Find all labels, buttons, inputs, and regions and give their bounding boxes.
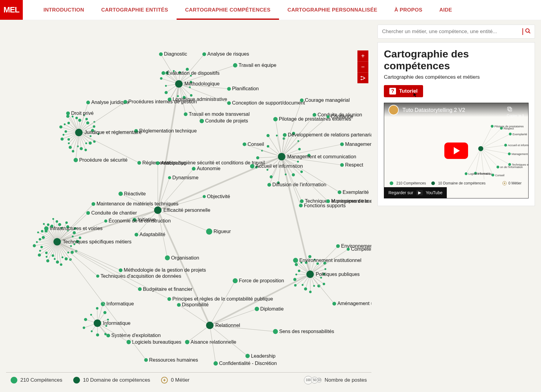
svg-point-7	[90, 135, 91, 137]
svg-point-165	[295, 263, 298, 266]
svg-text:Techniques d'acquisition de do: Techniques d'acquisition de données	[101, 273, 181, 279]
svg-point-13	[85, 143, 87, 144]
svg-text:Management interm: Management interm	[345, 141, 371, 147]
svg-line-362	[282, 156, 328, 201]
nav-item[interactable]: CARTOGRAPHIE COMPÉTENCES	[177, 0, 279, 20]
svg-point-333	[340, 143, 344, 146]
svg-point-468	[526, 29, 529, 33]
logo[interactable]: MEL	[0, 0, 23, 20]
nav-item[interactable]: CARTOGRAPHIE PERSONNALISÉE	[279, 0, 386, 20]
svg-point-276	[161, 71, 165, 75]
info-card: Cartographie des compétences Cartographi…	[377, 42, 535, 206]
zoom-in-button[interactable]: +	[357, 50, 368, 61]
svg-point-449	[175, 80, 182, 88]
svg-point-263	[298, 148, 301, 150]
svg-point-318	[273, 117, 277, 121]
svg-point-426	[255, 307, 259, 311]
svg-point-247	[256, 156, 259, 159]
svg-point-73	[65, 257, 68, 260]
svg-point-149	[313, 285, 315, 287]
svg-point-423	[177, 303, 181, 307]
svg-point-466	[361, 79, 362, 80]
search-input[interactable]	[378, 25, 522, 38]
svg-point-339	[340, 163, 344, 167]
svg-text:Dynamisme: Dynamisme	[172, 175, 198, 180]
svg-point-117	[52, 218, 54, 220]
compass-icon	[163, 378, 166, 382]
search-icon[interactable]	[525, 28, 535, 35]
svg-text:Leadership: Leadership	[251, 353, 276, 359]
svg-line-469	[481, 126, 492, 149]
svg-text:Évaluation de dispositifs: Évaluation de dispositifs	[167, 70, 220, 76]
svg-point-378	[165, 255, 170, 260]
svg-point-253	[267, 134, 270, 137]
video-mini-metier: 0 Métier	[502, 181, 522, 185]
svg-point-85	[46, 259, 49, 262]
svg-point-51	[85, 118, 88, 120]
svg-point-399	[138, 287, 142, 291]
svg-point-381	[91, 202, 95, 206]
svg-point-375	[135, 233, 138, 236]
play-button[interactable]	[444, 143, 468, 159]
svg-point-193	[84, 318, 87, 321]
svg-point-231	[297, 161, 299, 163]
graph-legend: 210 Compétences 10 Domaine de compétence…	[6, 372, 371, 387]
svg-point-267	[159, 52, 163, 56]
svg-point-99	[36, 241, 38, 243]
svg-point-342	[192, 167, 195, 170]
video-footer[interactable]: Regarder sur ▶ YouTube	[384, 187, 447, 198]
svg-point-414	[233, 278, 238, 283]
svg-point-488	[508, 153, 511, 155]
tutorial-button[interactable]: ? Tutoriel	[384, 85, 423, 97]
svg-text:Conception de support/document: Conception de support/document	[232, 100, 305, 105]
network-graph[interactable]: DiagnosticAnalyse de risquesTravail en é…	[6, 25, 371, 372]
svg-text:Réglementation technique: Réglementation technique	[139, 128, 197, 133]
main-area: DiagnosticAnalyse de risquesTravail en é…	[0, 20, 541, 392]
svg-point-486	[504, 144, 507, 146]
svg-point-255	[276, 135, 278, 136]
svg-text:Autonomie: Autonomie	[197, 166, 220, 171]
svg-text:Accueil et information: Accueil et information	[256, 163, 303, 169]
svg-point-297	[123, 100, 127, 104]
svg-point-393	[119, 268, 122, 272]
svg-point-31	[63, 134, 64, 136]
svg-point-288	[184, 112, 188, 116]
zoom-out-button[interactable]: −	[357, 61, 368, 72]
svg-point-23	[69, 146, 72, 149]
svg-text:Principes et règles de la comp: Principes et règles de la comptabilité p…	[172, 296, 273, 301]
svg-text:Méthodologique: Méthodologique	[184, 81, 220, 86]
copy-link-icon[interactable]: Copier le li	[507, 106, 524, 118]
nav-item[interactable]: CARTOGRAPHIE ENTITÉS	[93, 0, 177, 20]
svg-text:Diffusion de l'information: Diffusion de l'information	[272, 182, 326, 187]
svg-point-348	[267, 183, 271, 187]
svg-text:Fonctions supports: Fonctions supports	[304, 203, 346, 208]
svg-text:Respect: Respect	[504, 127, 514, 130]
svg-point-465	[361, 76, 362, 77]
svg-text:Informatique: Informatique	[103, 320, 131, 326]
tutorial-video[interactable]: Pilotage de prestatairesRespectExemplari…	[384, 103, 529, 198]
svg-text:Relationnel: Relationnel	[215, 322, 240, 328]
svg-point-494	[491, 174, 494, 176]
legend-domain-label: 10 Domaine de compétences	[83, 377, 150, 383]
svg-text:Respect: Respect	[345, 162, 363, 167]
zoom-controls: + −	[357, 50, 368, 83]
svg-line-392	[57, 242, 121, 270]
svg-point-455	[154, 206, 161, 214]
svg-text:Budgétaire et financier: Budgétaire et financier	[143, 286, 192, 292]
graph-layout-button[interactable]	[357, 72, 368, 83]
svg-line-476	[481, 149, 493, 175]
svg-point-327	[283, 133, 287, 137]
svg-point-33	[64, 130, 67, 133]
svg-rect-503	[509, 108, 512, 111]
nav-item[interactable]: INTRODUCTION	[35, 0, 93, 20]
search-bar[interactable]	[377, 25, 535, 39]
svg-point-309	[137, 161, 141, 165]
svg-point-447	[213, 361, 218, 366]
nav-item[interactable]: AIDE	[431, 0, 461, 20]
svg-point-217	[160, 77, 162, 80]
svg-point-195	[90, 314, 92, 316]
channel-avatar[interactable]	[388, 105, 399, 115]
nav-item[interactable]: À PROPOS	[386, 0, 431, 20]
svg-point-107	[41, 230, 43, 232]
svg-point-157	[294, 284, 297, 287]
